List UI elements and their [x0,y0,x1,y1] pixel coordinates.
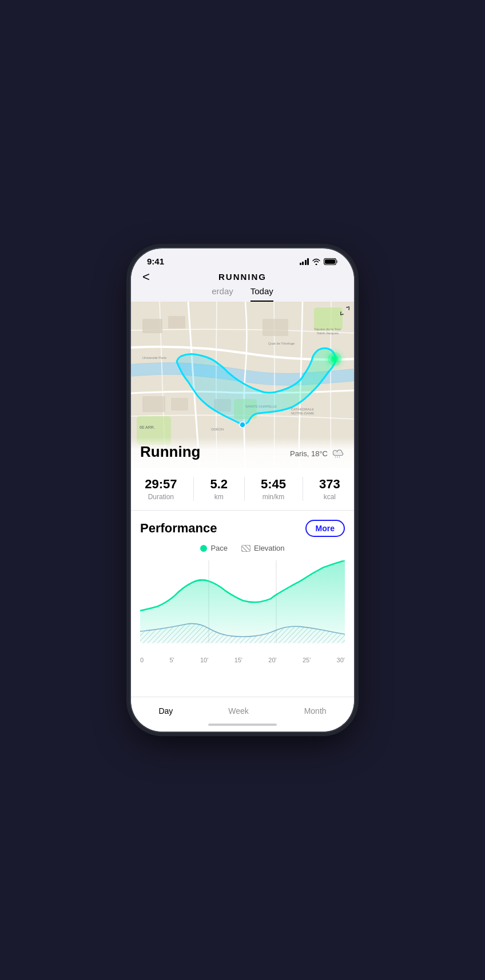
label-15: 15' [234,657,242,663]
tab-today[interactable]: Today [251,286,273,302]
map-section: Quai de l'Horloge SAINTE-CHAPELLE CATHÉD… [131,302,354,468]
back-button[interactable]: < [142,270,150,284]
stat-km-value: 5.2 [210,477,228,492]
nav-month[interactable]: Month [295,704,336,718]
map-container: Quai de l'Horloge SAINTE-CHAPELLE CATHÉD… [131,302,354,468]
signal-bar-1 [300,263,301,265]
home-bar [208,724,277,726]
elevation-legend-label: Elevation [254,544,284,552]
label-30: 30' [337,657,345,663]
signal-bar-3 [305,260,307,265]
stat-kcal-label: kcal [319,493,340,501]
battery-icon [324,258,338,265]
pace-legend-dot [200,545,207,552]
phone-frame: 9:41 [131,248,354,732]
map-info-overlay: Running Paris, 18°C [131,437,354,468]
tab-nav: erday Today [131,286,354,302]
bottom-nav: Day Week Month [131,697,354,720]
weather-text: Paris, 18°C [290,449,328,458]
stat-pace-label: min/km [261,493,286,501]
stat-divider-1 [193,477,194,501]
label-20: 20' [268,657,276,663]
tab-yesterday[interactable]: erday [212,286,233,302]
stat-km: 5.2 km [210,477,228,501]
legend-elevation: Elevation [241,544,284,552]
activity-label: Running [140,443,200,461]
cloud-icon [331,448,345,459]
label-0: 0 [140,657,144,663]
svg-point-25 [332,357,337,361]
stat-kcal: 373 kcal [319,477,340,501]
stat-duration-value: 29:57 [145,477,177,492]
expand-button[interactable] [340,306,349,317]
performance-title: Performance [140,521,217,536]
signal-bar-4 [307,258,309,265]
svg-point-26 [240,422,245,428]
status-bar: 9:41 [131,248,354,270]
label-5: 5' [169,657,174,663]
signal-bar-2 [302,262,304,265]
stat-divider-3 [303,477,303,501]
phone-screen: 9:41 [131,248,354,732]
elevation-legend-icon [241,545,251,552]
chart-area: 0 5' 10' 15' 20' 25' 30' [140,560,345,697]
pace-legend-label: Pace [210,544,228,552]
legend-pace: Pace [200,544,228,552]
svg-rect-1 [336,260,338,263]
stat-divider-2 [244,477,245,501]
performance-section: Performance More Pace Elevation [131,511,354,697]
performance-header: Performance More [140,520,345,537]
nav-week[interactable]: Week [219,704,258,718]
stat-pace: 5:45 min/km [261,477,286,501]
stats-section: 29:57 Duration 5.2 km 5:45 min/km 373 kc… [131,468,354,511]
status-icons [300,258,339,265]
status-time: 9:41 [147,256,164,266]
svg-rect-2 [325,259,335,264]
stat-km-label: km [210,493,228,501]
chart-legend: Pace Elevation [140,544,345,552]
weather-info: Paris, 18°C [290,448,345,461]
more-button[interactable]: More [305,520,345,537]
stat-duration-label: Duration [145,493,177,501]
stat-kcal-value: 373 [319,477,340,492]
stat-pace-value: 5:45 [261,477,286,492]
wifi-icon [312,258,321,265]
home-indicator [131,720,354,732]
signal-bars-icon [300,258,309,265]
label-25: 25' [303,657,311,663]
stat-duration: 29:57 Duration [145,477,177,501]
nav-day[interactable]: Day [149,704,182,718]
page-title: RUNNING [218,272,267,282]
chart-x-labels: 0 5' 10' 15' 20' 25' 30' [140,654,345,668]
header: < RUNNING [131,270,354,286]
performance-chart [140,560,345,652]
label-10: 10' [200,657,208,663]
